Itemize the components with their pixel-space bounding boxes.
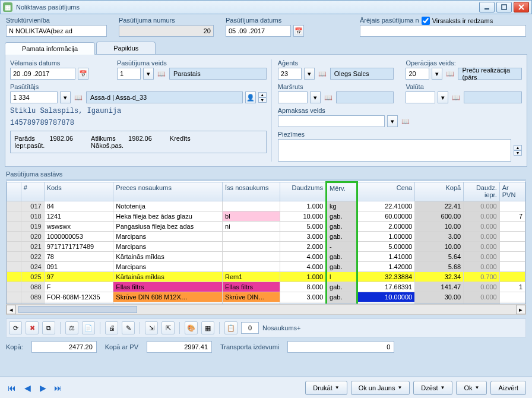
spin-down[interactable]: ▼ (258, 97, 267, 103)
table-row[interactable]: 02597Kārtainās mīklasRem11.000l32.338843… (7, 272, 525, 282)
dropdown-icon[interactable]: ▾ (310, 91, 321, 103)
balance-panel: Parāds 1982.06 Iepr.pasūt. Atlikums 1982… (10, 131, 267, 153)
copy-icon[interactable]: ⧉ (42, 321, 55, 334)
dropdown-icon[interactable]: ▾ (60, 91, 71, 103)
close-form-button[interactable]: Aizvērt (490, 381, 526, 395)
scroll-right-icon[interactable]: ▸ (516, 305, 525, 314)
col-total[interactable]: Kopā (415, 182, 464, 201)
table-row[interactable]: 02278Kārtainās mīklas4.000gab.1.410005.6… (7, 252, 525, 262)
dropdown-icon[interactable]: ▾ (432, 68, 442, 80)
import-icon[interactable]: ⇱ (162, 321, 175, 334)
agent-label: Aģents (278, 59, 394, 67)
notes-input[interactable] (278, 139, 511, 162)
book-icon[interactable]: 📖 (73, 92, 84, 103)
transport-value[interactable] (287, 341, 394, 353)
toolbar-sort[interactable]: Nosaukums+ (262, 324, 301, 331)
grid-icon[interactable]: ▦ (201, 321, 214, 334)
doc-icon[interactable]: 📄 (82, 321, 95, 334)
calendar-icon[interactable]: 📅 (293, 25, 304, 37)
op-code[interactable] (406, 68, 429, 80)
print-icon[interactable]: 🖨 (105, 321, 118, 334)
col-code[interactable]: Kods (44, 182, 113, 201)
currency-input[interactable] (406, 91, 435, 103)
col-prev[interactable]: Daudz. iepr. (464, 182, 500, 201)
nav-first-icon[interactable]: ⏮ (6, 382, 18, 394)
total-vat-value[interactable] (147, 341, 212, 353)
col-unit[interactable]: Mērv. (327, 182, 357, 201)
table-row[interactable]: 089FOR-608M-12X35Skrūve DIN 608 M12X…Skr… (7, 292, 525, 302)
list-icon[interactable]: 📋 (224, 321, 238, 334)
book-icon[interactable]: 📖 (400, 116, 411, 127)
scroll-thumb[interactable] (18, 306, 137, 313)
nav-prev-icon[interactable]: ◀ (21, 382, 33, 394)
next-order-label: Nākoš.pas. (91, 142, 152, 149)
tab-basic[interactable]: Pamata informācija (5, 42, 95, 55)
tab-extra[interactable]: Papildus (96, 42, 156, 54)
col-vat[interactable]: Ar PVN (499, 182, 525, 201)
refresh-icon[interactable]: ⟳ (9, 321, 22, 334)
book-icon[interactable]: 📖 (445, 68, 455, 79)
grid-toolbar: ⟳ ✖ ⧉ ⚖ 📄 🖨 ✎ ⇲ ⇱ 🎨 ▦ 📋 Nosaukums+ (6, 318, 526, 337)
agent-code[interactable] (278, 68, 302, 80)
print-button[interactable]: Drukāt▼ (305, 381, 347, 395)
visible-checkbox[interactable]: Virsraksts ir redzams (422, 17, 493, 25)
table-row[interactable]: 0201000000053Marcipans3.000gab.1.000003.… (7, 232, 525, 242)
spin-down[interactable]: ▼ (514, 150, 522, 156)
delete-button[interactable]: Dzēst▼ (413, 381, 452, 395)
total-value[interactable] (31, 341, 97, 353)
dropdown-icon[interactable]: ▾ (304, 68, 315, 80)
order-type-code[interactable] (117, 68, 141, 80)
order-date-label: Pasūtījuma datums (226, 17, 327, 24)
export-icon[interactable]: ⇲ (145, 321, 158, 334)
external-input[interactable] (360, 25, 526, 37)
book-icon[interactable]: 📖 (451, 92, 461, 103)
dropdown-icon[interactable]: ▾ (387, 115, 398, 127)
desired-date-input[interactable] (10, 68, 75, 80)
col-rowheader[interactable] (7, 182, 21, 201)
col-price[interactable]: Cena (357, 182, 414, 201)
maximize-button[interactable] (496, 2, 512, 12)
nav-last-icon[interactable]: ⏭ (52, 382, 64, 394)
col-name[interactable]: Preces nosaukums (113, 182, 223, 201)
book-icon[interactable]: 📖 (323, 92, 334, 103)
col-qty[interactable]: Daudzums (280, 182, 327, 201)
calendar-icon[interactable]: 📅 (78, 68, 88, 80)
ok-new-button[interactable]: Ok un Jauns▼ (351, 381, 410, 395)
table-row[interactable]: 090FOR-127-03Paplāksne "Fortis" DI…Paplā… (7, 302, 525, 305)
grid-scrollbar[interactable]: ◂ ▸ (6, 304, 526, 315)
ok-button[interactable]: Ok▼ (456, 381, 487, 395)
unit-label: Struktūrvienība (6, 17, 107, 24)
table-row[interactable]: 0181241Heka fileja bez ādas glazubl10.00… (7, 211, 525, 222)
unit-input[interactable] (6, 25, 107, 37)
order-grid[interactable]: # Kods Preces nosaukums Īss nosaukums Da… (6, 181, 526, 304)
spin-up[interactable]: ▲ (258, 92, 267, 97)
edit-icon[interactable]: ✎ (122, 321, 135, 334)
dropdown-icon[interactable]: ▾ (143, 68, 154, 80)
route-input[interactable] (278, 91, 308, 103)
delete-row-icon[interactable]: ✖ (26, 321, 39, 334)
order-type-label: Pasūtījuma veids (117, 59, 267, 67)
close-button[interactable] (514, 2, 529, 12)
toolbar-count[interactable] (241, 322, 259, 334)
col-short[interactable]: Īss nosaukums (223, 182, 280, 201)
palette-icon[interactable]: 🎨 (185, 321, 198, 334)
scroll-left-icon[interactable]: ◂ (7, 305, 16, 314)
table-row[interactable]: 019wswswxPangasiusa fileja bez adasni5.0… (7, 222, 525, 232)
book-icon[interactable]: 📖 (156, 68, 167, 79)
dropdown-icon[interactable]: ▾ (438, 91, 448, 103)
person-icon[interactable]: 👤 (245, 91, 256, 103)
order-date-input[interactable] (226, 25, 291, 37)
table-row[interactable]: 088FEllas filtrsEllas filtrs8.000gab.17.… (7, 282, 525, 292)
customer-code[interactable] (10, 91, 58, 103)
table-row[interactable]: 0219717171717489Marcipans2.000-5.0000010… (7, 242, 525, 252)
table-row[interactable]: 024091Marcipans4.000gab.1.420005.680.000 (7, 262, 525, 272)
pay-input[interactable] (278, 115, 385, 127)
book-icon[interactable]: 📖 (317, 68, 328, 79)
scale-icon[interactable]: ⚖ (65, 321, 78, 334)
nav-next-icon[interactable]: ▶ (37, 382, 49, 394)
col-num[interactable]: # (21, 182, 44, 201)
spin-up[interactable]: ▲ (514, 145, 522, 150)
order-no-input[interactable] (119, 25, 214, 37)
table-row[interactable]: 01784Nototenija1.000kg22.4100022.410.000 (7, 201, 525, 211)
minimize-button[interactable] (479, 2, 495, 12)
